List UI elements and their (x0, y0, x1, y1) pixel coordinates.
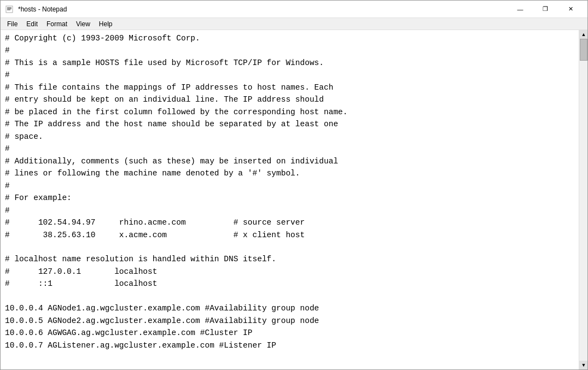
scroll-track (579, 39, 587, 361)
content-area: # Copyright (c) 1993-2009 Microsoft Corp… (1, 30, 587, 369)
menu-item-help[interactable]: Help (95, 19, 117, 29)
menu-item-file[interactable]: File (3, 19, 22, 29)
svg-rect-0 (6, 6, 13, 13)
window-title: *hosts - Notepad (18, 5, 67, 13)
app-icon (5, 5, 14, 14)
scroll-thumb[interactable] (580, 39, 587, 61)
title-bar-left: *hosts - Notepad (5, 5, 67, 14)
menu-bar: FileEditFormatViewHelp (1, 18, 587, 30)
scroll-up-button[interactable]: ▲ (579, 30, 587, 39)
window-controls: — ❐ ✕ (508, 1, 583, 18)
text-editor[interactable]: # Copyright (c) 1993-2009 Microsoft Corp… (1, 30, 579, 369)
menu-item-format[interactable]: Format (42, 19, 72, 29)
menu-item-edit[interactable]: Edit (22, 19, 42, 29)
restore-button[interactable]: ❐ (533, 1, 558, 18)
vertical-scrollbar[interactable]: ▲ ▼ (579, 30, 587, 369)
menu-item-view[interactable]: View (72, 19, 95, 29)
minimize-button[interactable]: — (508, 1, 533, 18)
scroll-down-button[interactable]: ▼ (579, 361, 587, 369)
close-button[interactable]: ✕ (558, 1, 583, 18)
title-bar: *hosts - Notepad — ❐ ✕ (1, 1, 587, 18)
notepad-window: *hosts - Notepad — ❐ ✕ FileEditFormatVie… (0, 0, 588, 370)
